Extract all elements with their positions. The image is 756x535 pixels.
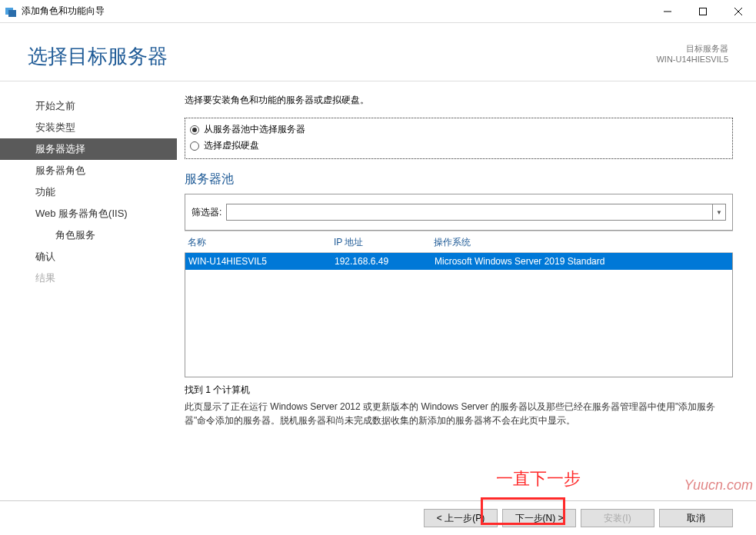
svg-rect-1 [8,10,16,17]
radio-icon [190,141,199,151]
sidebar-item-web-server-iis[interactable]: Web 服务器角色(IIS) [0,203,177,224]
page-title: 选择目标服务器 [28,43,168,70]
target-server-label: 目标服务器 [656,43,728,55]
window-controls [650,0,756,22]
server-grid-body: WIN-U14HIESVIL5 192.168.6.49 Microsoft W… [185,253,733,377]
radio-vhd[interactable]: 选择虚拟硬盘 [190,138,728,154]
maximize-button[interactable] [685,0,721,22]
titlebar: 添加角色和功能向导 [0,0,756,23]
filter-label: 筛选器: [191,206,221,219]
sidebar-item-confirm[interactable]: 确认 [0,246,177,268]
window-title: 添加角色和功能向导 [22,5,105,18]
instruction-text: 选择要安装角色和功能的服务器或虚拟硬盘。 [185,94,733,107]
radio-from-pool-label: 从服务器池中选择服务器 [204,123,305,136]
row-name: WIN-U14HIESVIL5 [188,256,335,267]
filter-dropdown-button[interactable]: ▼ [712,204,726,221]
svg-rect-3 [700,8,707,15]
selection-radio-group: 从服务器池中选择服务器 选择虚拟硬盘 [185,118,733,159]
footer-description: 此页显示了正在运行 Windows Server 2012 或更新版本的 Win… [185,400,733,427]
minimize-button[interactable] [650,0,685,22]
sidebar-item-role-services[interactable]: 角色服务 [0,224,177,246]
wizard-sidebar: 开始之前 安装类型 服务器选择 服务器角色 功能 Web 服务器角色(IIS) … [0,81,177,500]
app-icon [5,5,17,18]
filter-input[interactable] [226,204,712,221]
target-server-value: WIN-U14HIESVIL5 [656,55,728,64]
server-row[interactable]: WIN-U14HIESVIL5 192.168.6.49 Microsoft W… [185,253,732,270]
sidebar-item-server-selection[interactable]: 服务器选择 [0,138,177,160]
row-ip: 192.168.6.49 [335,256,435,267]
cancel-button[interactable]: 取消 [659,509,733,527]
sidebar-item-before-begin[interactable]: 开始之前 [0,95,177,117]
filter-box: 筛选器: ▼ [185,194,733,231]
target-server-info: 目标服务器 WIN-U14HIESVIL5 [656,43,728,64]
install-button: 安装(I) [581,509,654,527]
wizard-button-bar: < 上一步(P) 下一步(N) > 安装(I) 取消 [0,500,756,535]
footer-info: 找到 1 个计算机 此页显示了正在运行 Windows Server 2012 … [185,377,733,427]
sidebar-item-server-roles[interactable]: 服务器角色 [0,160,177,181]
computer-count: 找到 1 个计算机 [185,384,733,397]
radio-vhd-label: 选择虚拟硬盘 [204,139,259,152]
server-grid-header: 名称 IP 地址 操作系统 [185,231,733,253]
column-name[interactable]: 名称 [188,236,334,249]
header-panel: 选择目标服务器 目标服务器 WIN-U14HIESVIL5 [0,23,756,81]
column-os[interactable]: 操作系统 [434,236,730,249]
radio-from-pool[interactable]: 从服务器池中选择服务器 [190,121,728,138]
row-os: Microsoft Windows Server 2019 Standard [435,256,729,267]
radio-icon [190,125,199,135]
close-button[interactable] [721,0,756,22]
server-pool-title: 服务器池 [185,171,733,188]
sidebar-item-results: 结果 [0,268,177,289]
previous-button[interactable]: < 上一步(P) [424,509,498,527]
sidebar-item-features[interactable]: 功能 [0,181,177,203]
column-ip[interactable]: IP 地址 [334,236,434,249]
main-content: 选择要安装角色和功能的服务器或虚拟硬盘。 从服务器池中选择服务器 选择虚拟硬盘 … [177,81,756,500]
next-button[interactable]: 下一步(N) > [502,509,576,527]
sidebar-item-install-type[interactable]: 安装类型 [0,117,177,138]
